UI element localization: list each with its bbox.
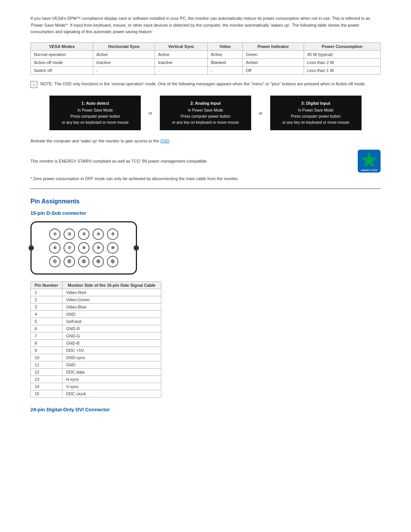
power-table-cell: Normal operation <box>31 50 93 58</box>
pin-table-row: 8GND-B <box>31 339 161 347</box>
pin-table-cell: Video-Green <box>62 296 161 303</box>
pin-table: Pin Number Monitor Side of the 15-pin Si… <box>30 281 161 398</box>
pin-table-row: 2Video-Green <box>31 296 161 303</box>
pin-table-row: 3Video-Blue <box>31 303 161 310</box>
energy-star-logo: ENERGY STAR <box>358 150 381 173</box>
pin-table-cell: GND <box>62 310 161 318</box>
activate-text: Activate the computer and 'wake up' the … <box>30 138 381 144</box>
pin-table-cell: 5 <box>31 318 62 325</box>
power-save-row: 1: Auto detect In Power Save Mode Press … <box>30 96 381 131</box>
pin-table-cell: GND-sync <box>62 354 161 361</box>
pin-table-cell: 15 <box>31 390 62 397</box>
power-save-box-2: 2: Analog Input In Power Save Mode Press… <box>160 96 251 131</box>
power-table-cell: Amber <box>242 58 304 66</box>
pin-15: ⑮ <box>107 256 118 267</box>
osd-link[interactable]: OSD <box>160 139 169 143</box>
col-vsync: Vertical Sync <box>155 42 208 50</box>
note-box: i NOTE: The OSD only functions in the 'n… <box>30 81 381 88</box>
pin-table-row: 7GND-G <box>31 332 161 339</box>
pin-table-row: 11GND <box>31 361 161 368</box>
power-table-row: Normal operationActiveActiveActiveGreen4… <box>31 50 381 58</box>
right-mount-circle <box>134 245 139 251</box>
box2-title: 2: Analog Input <box>166 100 245 107</box>
box1-title: 1: Auto detect <box>56 100 135 107</box>
pin-table-cell: 8 <box>31 339 62 347</box>
divider <box>30 189 381 189</box>
power-table-cell: Active <box>155 50 208 58</box>
pin-table-cell: 10 <box>31 354 62 361</box>
power-table-cell: 45 W (typical) <box>304 50 381 58</box>
power-table-cell: Active <box>93 50 155 58</box>
section-title: Pin Assignments <box>30 198 381 205</box>
pin-1: ① <box>49 228 61 240</box>
power-table-cell: Green <box>242 50 304 58</box>
col-power-consumption: Power Consumption <box>304 42 381 50</box>
pin-table-cell: 14 <box>31 383 62 390</box>
pin-row-1: ① ② ③ ④ ⑤ <box>49 228 118 240</box>
or-label-1: or <box>148 111 152 115</box>
pin-table-cell: 7 <box>31 332 62 339</box>
power-table-cell: Inactive <box>93 58 155 66</box>
pin-table-row: 13H-sync <box>31 375 161 383</box>
col-vesa-modes: VESA Modes <box>31 42 93 50</box>
pin-table-cell: GND <box>62 361 161 368</box>
pin-table-cell: 1 <box>31 289 62 296</box>
pin-table-row: 12DDC data <box>31 368 161 375</box>
pin-table-cell: Video-Red <box>62 289 161 296</box>
pin-table-row: 4GND <box>31 310 161 318</box>
connector-diagram: ① ② ③ ④ ⑤ ⑥ ⑦ ⑧ ⑨ ⑩ ⑪ ⑫ ⑬ ⑭ ⑮ <box>30 221 137 275</box>
pin-row-2: ⑥ ⑦ ⑧ ⑨ ⑩ <box>49 242 118 254</box>
intro-paragraph: If you have VESA's DPM™ compliance displ… <box>30 15 381 35</box>
pin-14: ⑭ <box>92 256 104 267</box>
col-hsync: Horizontal Sync <box>93 42 155 50</box>
left-mount-circle <box>29 245 34 251</box>
note-text: NOTE: The OSD only functions in the 'nor… <box>40 81 366 87</box>
pin-13: ⑬ <box>78 256 89 267</box>
power-table-cell: Less than 2 W <box>304 58 381 66</box>
pin-6: ⑥ <box>49 242 61 254</box>
col-power-indicator: Power Indicator <box>242 42 304 50</box>
pin-11: ⑪ <box>49 256 61 267</box>
power-table-cell: Off <box>242 66 304 74</box>
pin-table-cell: DDC data <box>62 368 161 375</box>
energy-text: This monitor is ENERGY STAR®-compliant a… <box>30 159 350 163</box>
pin-table-row: 9DDC +5V <box>31 347 161 354</box>
pin-table-cell: V-sync <box>62 383 161 390</box>
pin-table-row: 14V-sync <box>31 383 161 390</box>
box3-line3: Press computer power button <box>276 113 355 120</box>
pin-table-cell: 4 <box>31 310 62 318</box>
pin-table-cell: 6 <box>31 325 62 332</box>
pin-4: ④ <box>92 228 104 240</box>
power-table-cell: Active-off mode <box>31 58 93 66</box>
box1-line3: Press computer power button <box>56 113 135 120</box>
power-table-cell: - <box>93 66 155 74</box>
pin-table-cell: GND-B <box>62 339 161 347</box>
subsection-1-title: 15-pin D-Sub connector <box>30 210 381 216</box>
pin-table-row: 6GND-R <box>31 325 161 332</box>
box2-line4: or any key on keyboard or move mouse <box>166 120 245 126</box>
box3-title: 3: Digital Input <box>276 100 355 107</box>
pin-table-row: 1Video-Red <box>31 289 161 296</box>
box3-line4: or any key on keyboard or move mouse <box>276 120 355 126</box>
pin-table-row: 15DDC clock <box>31 390 161 397</box>
pin-8: ⑧ <box>78 242 89 254</box>
power-table-row: Active-off modeInactiveInactiveBlankedAm… <box>31 58 381 66</box>
pin-col-signal: Monitor Side of the 15-pin Side Signal C… <box>62 281 161 289</box>
pin-10: ⑩ <box>107 242 118 254</box>
box3-line2: In Power Save Mode <box>276 107 355 113</box>
pin-table-cell: 2 <box>31 296 62 303</box>
pin-2: ② <box>64 228 75 240</box>
pin-col-number: Pin Number <box>31 281 62 289</box>
pin-5: ⑤ <box>107 228 118 240</box>
pin-table-cell: 12 <box>31 368 62 375</box>
energy-row: This monitor is ENERGY STAR®-compliant a… <box>30 150 381 173</box>
power-save-box-1: 1: Auto detect In Power Save Mode Press … <box>49 96 141 131</box>
power-table-cell: - <box>155 66 208 74</box>
box2-line2: In Power Save Mode <box>166 107 245 113</box>
power-table-cell: Switch off <box>31 66 93 74</box>
pin-table-row: 10GND-sync <box>31 354 161 361</box>
pin-table-cell: Video-Blue <box>62 303 161 310</box>
power-save-box-3: 3: Digital Input In Power Save Mode Pres… <box>270 96 362 131</box>
power-table-cell: Active <box>207 50 242 58</box>
pin-table-cell: Self-test <box>62 318 161 325</box>
